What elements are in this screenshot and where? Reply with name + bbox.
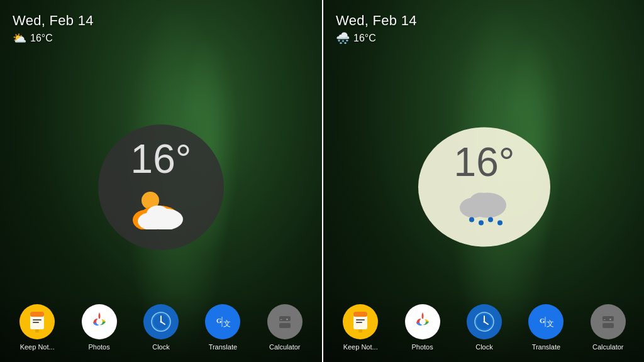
svg-point-30	[470, 193, 492, 211]
svg-text:−: −	[280, 317, 282, 321]
right-translate-label: Translate	[532, 343, 560, 351]
calculator-svg: − × + =	[274, 311, 296, 332]
right-temp-small: 16°C	[353, 33, 376, 44]
left-date-weather: Wed, Feb 14 ⛅ 16°C	[13, 13, 94, 45]
clock-svg	[150, 310, 172, 333]
right-date: Wed, Feb 14	[336, 13, 417, 29]
svg-text:G: G	[216, 317, 222, 324]
left-clock-icon[interactable]	[143, 304, 179, 339]
left-translate-icon[interactable]: G 文	[205, 304, 240, 339]
svg-point-16	[160, 321, 162, 323]
right-photos-label: Photos	[411, 343, 433, 351]
left-photos-label: Photos	[88, 343, 109, 351]
right-calculator-label: Calculator	[592, 343, 624, 351]
left-date: Wed, Feb 14	[13, 13, 94, 29]
svg-point-40	[419, 319, 426, 325]
left-widget-temp: 16°	[131, 139, 192, 179]
right-weather-icon-small: 🌨️	[336, 31, 350, 45]
svg-text:−: −	[604, 317, 606, 321]
left-weather-icon-small: ⛅	[13, 31, 26, 45]
left-temp-small: 16°C	[30, 33, 53, 44]
left-dock-clock[interactable]: Clock	[143, 304, 179, 351]
svg-point-21	[274, 311, 296, 332]
right-weather-icon	[450, 185, 519, 229]
svg-point-11	[96, 319, 103, 325]
right-translate-icon[interactable]: G 文	[528, 304, 564, 339]
svg-rect-37	[356, 319, 365, 321]
svg-rect-36	[353, 312, 367, 317]
left-dock: Keep Not... Photos	[0, 293, 322, 362]
svg-point-5	[147, 206, 169, 223]
svg-point-34	[497, 221, 502, 226]
svg-text:G: G	[540, 317, 545, 324]
svg-rect-8	[33, 319, 42, 321]
translate-svg-r: G 文	[535, 310, 557, 333]
svg-rect-9	[33, 322, 39, 323]
right-date-weather: Wed, Feb 14 🌨️ 16°C	[336, 13, 417, 45]
svg-rect-10	[35, 329, 39, 332]
right-widget-temp: 16°	[454, 142, 515, 182]
right-keep-label: Keep Not...	[343, 343, 378, 351]
right-photos-icon[interactable]	[405, 304, 440, 339]
left-translate-label: Translate	[209, 343, 237, 351]
svg-rect-39	[358, 329, 362, 332]
right-clock-icon[interactable]	[467, 304, 502, 339]
svg-rect-27	[279, 323, 291, 328]
left-calculator-icon[interactable]: − × + =	[267, 304, 303, 339]
right-weather-small: 🌨️ 16°C	[336, 31, 417, 45]
svg-text:×: ×	[286, 317, 288, 321]
left-photos-icon[interactable]	[82, 304, 117, 339]
svg-text:文: 文	[547, 319, 554, 328]
svg-rect-38	[356, 322, 362, 323]
left-keep-icon[interactable]	[19, 304, 55, 339]
svg-point-50	[597, 311, 619, 332]
right-calculator-icon[interactable]: − × + =	[591, 304, 626, 339]
right-keep-icon[interactable]	[343, 304, 378, 339]
left-dock-calculator[interactable]: − × + = Calculator	[267, 304, 303, 351]
right-clock-label: Clock	[475, 343, 493, 351]
svg-rect-7	[30, 312, 44, 317]
left-screen: Wed, Feb 14 ⛅ 16°C 16°	[0, 0, 322, 362]
left-weather-widget[interactable]: 16°	[98, 124, 224, 250]
keep-svg-r	[351, 310, 370, 333]
left-dock-photos[interactable]: Photos	[82, 304, 117, 351]
translate-svg: G 文	[211, 310, 234, 333]
left-clock-label: Clock	[152, 343, 170, 351]
left-weather-icon	[126, 185, 196, 229]
left-dock-translate[interactable]: G 文 Translate	[205, 304, 240, 351]
right-dock-translate[interactable]: G 文 Translate	[528, 304, 564, 351]
svg-text:×: ×	[609, 317, 611, 321]
right-dock-keep[interactable]: Keep Not...	[343, 304, 378, 351]
svg-rect-56	[602, 323, 614, 328]
calculator-svg-r: − × + =	[597, 311, 619, 332]
left-calculator-label: Calculator	[269, 343, 301, 351]
svg-point-31	[469, 217, 474, 222]
photos-svg-r	[412, 311, 433, 332]
svg-point-45	[483, 321, 485, 323]
right-dock-calculator[interactable]: − × + = Calculator	[591, 304, 626, 351]
right-dock: Keep Not... Photos	[323, 293, 644, 362]
left-keep-label: Keep Not...	[20, 343, 55, 351]
svg-point-32	[479, 221, 484, 226]
left-weather-small: ⛅ 16°C	[13, 31, 94, 45]
right-weather-widget[interactable]: 16°	[418, 128, 550, 247]
clock-svg-r	[473, 310, 496, 333]
right-dock-clock[interactable]: Clock	[467, 304, 502, 351]
photos-svg	[89, 311, 110, 332]
svg-text:文: 文	[223, 319, 231, 328]
right-screen: Wed, Feb 14 🌨️ 16°C 16°	[323, 0, 644, 362]
keep-svg	[28, 310, 47, 333]
right-dock-photos[interactable]: Photos	[405, 304, 440, 351]
left-dock-keep[interactable]: Keep Not...	[19, 304, 55, 351]
svg-point-33	[488, 217, 493, 222]
